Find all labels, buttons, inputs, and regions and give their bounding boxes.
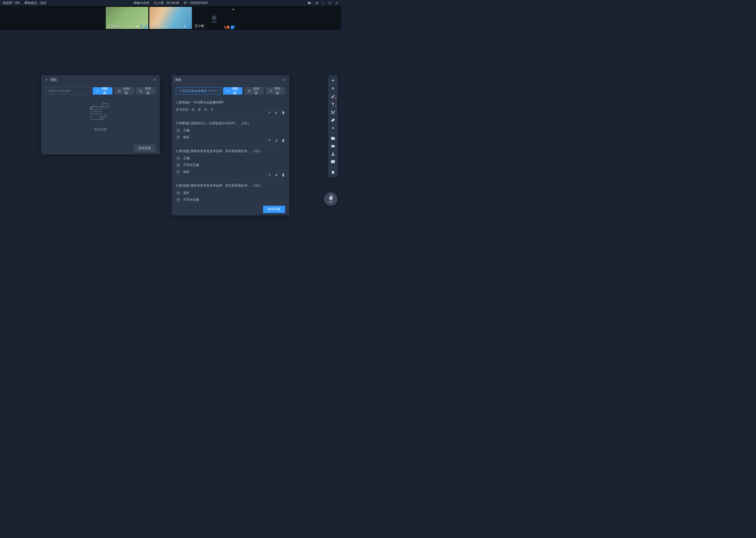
video-tile-teacher[interactable]: 叮当老师 — [106, 7, 148, 29]
quiz-name-input[interactable] — [176, 87, 221, 94]
video-name: 叮当老师 — [107, 24, 120, 28]
question-option[interactable]: B不完全正确 — [176, 163, 285, 167]
close-window-icon[interactable] — [334, 1, 339, 5]
assets-tool[interactable] — [328, 142, 338, 150]
panel-title: 测验 — [50, 78, 57, 82]
question-title: 1 [简答题] 一年四季分别是哪四季? — [176, 100, 285, 105]
delete-question-icon[interactable] — [281, 139, 285, 142]
settings-icon[interactable] — [314, 1, 318, 5]
choice-question-button[interactable]: 选择题 — [244, 87, 263, 94]
tile-close-icon[interactable]: × — [189, 7, 191, 12]
close-icon[interactable] — [153, 78, 157, 82]
video-name: 王小明 — [195, 24, 204, 28]
question-option[interactable]: B不完全正确 — [176, 197, 285, 202]
edit-question-icon[interactable] — [275, 111, 278, 115]
option-label: 正确 — [183, 156, 190, 161]
delete-question-icon[interactable] — [281, 111, 285, 115]
mic-icon — [140, 25, 143, 28]
judge-question-button[interactable]: 判断题 — [223, 87, 242, 94]
tile-close-icon[interactable]: × — [232, 7, 234, 12]
svg-point-17 — [107, 105, 107, 106]
question-title: 3 [单选题] 施华洛世奇是反华品牌，所以梁鼎琪反华。 （2分） — [176, 149, 285, 153]
option-key: B — [176, 163, 181, 167]
back-icon[interactable] — [44, 78, 49, 82]
save-quiz-button[interactable]: 保存试卷 — [263, 206, 285, 213]
whiteboard-toolbox — [328, 75, 338, 178]
video-tile-student[interactable]: × 王小明 — [193, 7, 235, 29]
question-item: 4 [多选题] 施华洛世奇是反华品牌，所以梁鼎琪反华。 （2分）A是的B不完全正… — [176, 180, 285, 203]
option-label: 错误 — [183, 170, 190, 174]
svg-rect-0 — [322, 3, 324, 3]
option-key: C — [176, 169, 181, 174]
option-label: 是的 — [183, 191, 190, 195]
short-answer-button[interactable]: 简答题 — [266, 87, 285, 94]
svg-point-4 — [185, 26, 185, 27]
save-quiz-button[interactable]: 保存试卷 — [134, 145, 156, 152]
choice-question-button[interactable]: 选择题 — [115, 87, 134, 94]
option-key: A — [176, 190, 181, 195]
video-name: Nina — [151, 25, 158, 28]
session-id: ID：2020070324 — [184, 1, 208, 5]
folder-tool[interactable] — [328, 134, 338, 142]
hands-count: 0/2 — [329, 200, 333, 203]
question-title: 2 [判断题] 我国宪法上一次更新是在2020年。 （2分） — [176, 121, 285, 126]
fullscreen-icon[interactable] — [328, 1, 332, 5]
minimize-icon[interactable] — [321, 1, 325, 5]
svg-point-2 — [137, 26, 138, 27]
svg-point-21 — [332, 127, 334, 129]
svg-rect-8 — [140, 90, 142, 92]
empty-text: 暂无试题 — [94, 128, 107, 132]
mic-icon — [187, 25, 191, 28]
laser-tool[interactable] — [328, 124, 338, 132]
svg-point-19 — [249, 90, 250, 91]
panel-title: 测验 — [175, 78, 182, 82]
move-question-icon[interactable] — [268, 139, 271, 142]
participants-tool[interactable] — [328, 150, 338, 158]
move-question-icon[interactable] — [268, 173, 271, 177]
chat-tool[interactable] — [328, 158, 338, 166]
option-key: B — [176, 197, 181, 202]
move-tool[interactable] — [328, 84, 338, 92]
mic-muted-icon — [223, 25, 226, 28]
question-item: 1 [简答题] 一年四季分别是哪四季?参考答案：春、夏、秋、冬 — [176, 97, 285, 118]
question-option[interactable]: A正确 — [176, 156, 285, 161]
camera-off-icon — [209, 13, 219, 23]
signal-icon — [144, 25, 147, 28]
svg-point-7 — [118, 90, 119, 91]
option-label: 不完全正确 — [183, 163, 199, 167]
edit-question-icon[interactable] — [275, 173, 278, 177]
video-tile-student[interactable]: × Nina — [149, 7, 192, 29]
network-status: 网络状态：良好 — [24, 1, 46, 5]
move-question-icon[interactable] — [268, 111, 271, 115]
option-label: 正确 — [183, 128, 190, 133]
close-icon[interactable] — [282, 78, 286, 82]
option-label: 错误 — [183, 135, 190, 139]
camera-icon — [135, 25, 139, 28]
question-option[interactable]: A是的 — [176, 190, 285, 195]
question-title: 4 [多选题] 施华洛世奇是反华品牌，所以梁鼎琪反华。 （2分） — [176, 183, 285, 188]
scissors-tool[interactable] — [328, 108, 338, 116]
camera-toggle-icon[interactable] — [307, 1, 311, 5]
question-option[interactable]: A正确 — [176, 128, 285, 133]
camera-icon — [183, 25, 187, 28]
svg-point-16 — [105, 105, 106, 106]
eraser-tool[interactable] — [328, 116, 338, 124]
question-item: 3 [单选题] 施华洛世奇是反华品牌，所以梁鼎琪反华。 （2分）A正确B不完全正… — [176, 146, 285, 181]
svg-rect-22 — [331, 145, 335, 147]
option-key: A — [176, 156, 181, 161]
cursor-tool[interactable] — [328, 77, 338, 84]
svg-rect-20 — [269, 90, 271, 92]
empty-quiz-icon — [89, 102, 112, 123]
short-answer-button[interactable]: 简答题 — [136, 87, 156, 94]
bell-tool[interactable] — [328, 168, 338, 176]
raised-hands-badge[interactable]: 0/2 — [324, 192, 338, 206]
quiz-panel-edit: 测验 判断题 选择题 简答题 1 [简答题] 一年四季分别是哪四季?参考答案：春… — [172, 75, 289, 215]
svg-point-5 — [213, 17, 215, 19]
edit-question-icon[interactable] — [275, 139, 278, 142]
pen-tool[interactable] — [328, 92, 338, 100]
judge-question-button[interactable]: 判断题 — [93, 87, 112, 94]
quiz-name-input[interactable] — [45, 87, 91, 94]
delete-question-icon[interactable] — [281, 173, 285, 177]
option-label: 不完全正确 — [183, 197, 199, 202]
text-tool[interactable] — [328, 100, 338, 108]
